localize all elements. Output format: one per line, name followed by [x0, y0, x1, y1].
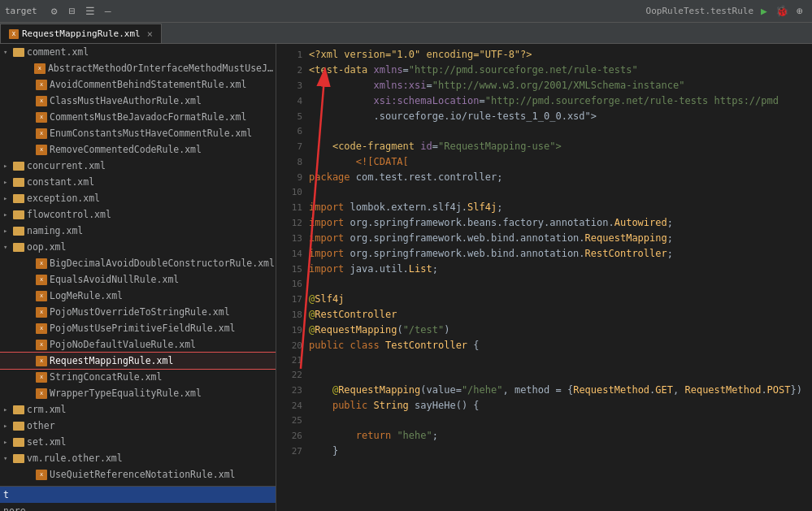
tree-item-equals[interactable]: xEqualsAvoidNullRule.xml: [0, 271, 276, 288]
code-line: 22: [283, 368, 812, 383]
tree-item-stringconcat[interactable]: xStringConcatRule.xml: [0, 369, 276, 385]
code-line: 3 xmlns:xsi="http://www.w3.org/2001/XMLS…: [283, 78, 812, 93]
main-layout: ▾comment.xmlxAbstractMethodOrInterfaceMe…: [0, 44, 812, 511]
tree-item-concurrent[interactable]: ▸concurrent.xml: [0, 158, 276, 174]
run-controls: OopRuleTest.testRule ▶ 🐞 ⊕: [646, 4, 807, 19]
sidebar-bottom-item-nore[interactable]: nore: [0, 503, 276, 511]
tree-item-comments[interactable]: xCommentsMustBeJavadocFormatRule.xml: [0, 109, 276, 125]
chevron-icon: ▸: [3, 422, 13, 430]
folder-icon: [13, 243, 24, 252]
tree-item-vmrule[interactable]: ▾vm.rule.other.xml: [0, 450, 276, 466]
folder-icon: [13, 48, 24, 57]
minimize-icon[interactable]: —: [101, 4, 115, 19]
settings-icon[interactable]: ☰: [83, 4, 98, 19]
line-number: 2: [283, 63, 309, 78]
editor-content[interactable]: 1<?xml version="1.0" encoding="UTF-8"?>2…: [276, 44, 812, 511]
line-content: import org.springframework.web.bind.anno…: [309, 246, 673, 261]
tree-item-oop[interactable]: ▾oop.xml: [0, 239, 276, 255]
code-line: 10: [283, 185, 812, 200]
tree-item-exception[interactable]: ▸exception.xml: [0, 190, 276, 206]
xml-file-icon: x: [36, 258, 47, 269]
tree-item-enum[interactable]: xEnumConstantsMustHaveCommentRule.xml: [0, 125, 276, 141]
line-content: <![CDATA[: [309, 154, 409, 169]
code-line: 17@Slf4j: [283, 292, 812, 307]
tree-item-label: exception.xml: [27, 193, 100, 204]
tree-item-logme[interactable]: xLogMeRule.xml: [0, 288, 276, 304]
tree-item-crm[interactable]: ▸crm.xml: [0, 401, 276, 418]
xml-file-icon: x: [36, 128, 47, 139]
line-number: 21: [283, 353, 309, 368]
line-number: 26: [283, 429, 309, 444]
tab-requestmapping[interactable]: x RequestMappingRule.xml ×: [0, 24, 162, 43]
code-line: 15import java.util.List;: [283, 262, 812, 277]
file-tree: ▾comment.xmlxAbstractMethodOrInterfaceMe…: [0, 44, 276, 483]
tree-item-label: AvoidCommentBehindStatementRule.xml: [50, 79, 246, 90]
sidebar-bottom-section: t nore x.xml OME.md Libraries s and Cons…: [0, 486, 276, 511]
folder-icon: [13, 405, 24, 414]
code-line: 19@RequestMapping("/test"): [283, 323, 812, 338]
line-content: xmlns:xsi="http://www.w3.org/2001/XMLSch…: [309, 78, 684, 93]
line-number: 18: [283, 308, 309, 323]
line-content: return "hehe";: [309, 428, 438, 443]
line-number: 11: [283, 201, 309, 215]
tree-item-label: oop.xml: [27, 241, 66, 253]
tree-item-comment[interactable]: ▾comment.xml: [0, 44, 276, 60]
coverage-button[interactable]: ⊕: [792, 4, 807, 19]
xml-file-icon: x: [36, 470, 47, 480]
tree-item-avoid[interactable]: xAvoidCommentBehindStatementRule.xml: [0, 76, 276, 93]
tree-item-usequiet[interactable]: xUseQuietReferenceNotationRule.xml: [0, 466, 276, 483]
tree-item-abs[interactable]: xAbstractMethodOrInterfaceMethodMustUseJ…: [0, 60, 276, 76]
tree-item-label: naming.xml: [27, 225, 83, 236]
tree-item-label: WrapperTypeEqualityRule.xml: [50, 388, 202, 399]
tree-item-class[interactable]: xClassMustHaveAuthorRule.xml: [0, 93, 276, 109]
tree-item-reqmapping[interactable]: xRequestMappingRule.xml: [0, 353, 276, 369]
line-number: 24: [283, 399, 309, 414]
code-line: 21: [283, 353, 812, 368]
sidebar: ▾comment.xmlxAbstractMethodOrInterfaceMe…: [0, 44, 276, 511]
split-icon[interactable]: ⊟: [65, 4, 80, 19]
tree-item-set[interactable]: ▸set.xml: [0, 434, 276, 450]
chevron-icon: ▸: [3, 178, 13, 186]
tree-item-naming[interactable]: ▸naming.xml: [0, 223, 276, 239]
tree-item-pojodefault[interactable]: xPojoNoDefaultValueRule.xml: [0, 336, 276, 353]
tree-item-label: concurrent.xml: [27, 160, 106, 171]
line-content: import org.springframework.web.bind.anno…: [309, 231, 673, 245]
tree-item-other[interactable]: ▸other: [0, 418, 276, 434]
line-content: import lombok.extern.slf4j.Slf4j;: [309, 200, 502, 214]
tree-item-label: RequestMappingRule.xml: [50, 355, 173, 366]
line-number: 23: [283, 383, 309, 398]
sidebar-bottom-item-t[interactable]: t: [0, 487, 276, 503]
tree-item-constant[interactable]: ▸constant.xml: [0, 174, 276, 190]
run-button[interactable]: ▶: [757, 4, 771, 19]
tree-item-label: PojoMustUsePrimitiveFieldRule.xml: [50, 323, 235, 334]
tree-item-pojo[interactable]: xPojoMustOverrideToStringRule.xml: [0, 304, 276, 320]
line-number: 8: [283, 155, 309, 170]
tree-item-label: RemoveCommentedCodeRule.xml: [50, 144, 202, 155]
tree-item-wrappertype[interactable]: xWrapperTypeEqualityRule.xml: [0, 385, 276, 401]
xml-file-icon: x: [36, 112, 47, 123]
tree-item-label: constant.xml: [27, 176, 94, 188]
gear-icon[interactable]: ⚙: [47, 4, 62, 19]
code-line: 14import org.springframework.web.bind.an…: [283, 246, 812, 262]
code-line: 7 <code-fragment id="RequestMapping-use"…: [283, 139, 812, 154]
line-number: 4: [283, 94, 309, 109]
line-number: 1: [283, 48, 309, 63]
line-number: 15: [283, 262, 309, 277]
tree-item-label: UseQuietReferenceNotationRule.xml: [50, 469, 235, 480]
folder-icon: [13, 454, 24, 463]
tree-item-remove[interactable]: xRemoveCommentedCodeRule.xml: [0, 141, 276, 158]
tree-item-flowcontrol[interactable]: ▸flowcontrol.xml: [0, 206, 276, 223]
tab-bar: x RequestMappingRule.xml ×: [0, 23, 812, 44]
debug-button[interactable]: 🐞: [775, 4, 789, 19]
line-number: 14: [283, 247, 309, 262]
xml-file-icon: x: [36, 340, 47, 350]
line-number: 6: [283, 124, 309, 139]
line-number: 5: [283, 110, 309, 124]
tree-item-pojoprim[interactable]: xPojoMustUsePrimitiveFieldRule.xml: [0, 320, 276, 336]
tab-close-button[interactable]: ×: [147, 28, 153, 40]
tab-xml-icon: x: [9, 29, 19, 39]
tab-label: RequestMappingRule.xml: [22, 28, 141, 39]
tree-item-bigdec[interactable]: xBigDecimalAvoidDoubleConstructorRule.xm…: [0, 255, 276, 271]
code-line: 4 xsi:schemaLocation="http://pmd.sourcef…: [283, 93, 812, 109]
folder-icon: [13, 194, 24, 203]
